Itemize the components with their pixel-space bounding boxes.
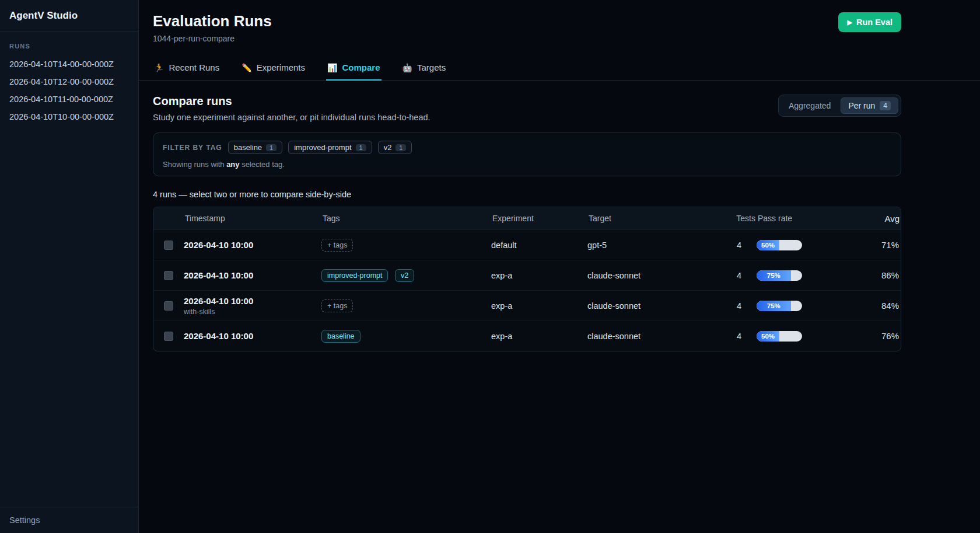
col-tests: Tests: [722, 214, 757, 223]
tag-chip[interactable]: baseline: [321, 330, 360, 343]
robot-icon: 🤖: [402, 63, 412, 72]
run-timestamp: 2026-04-10 10:00: [184, 331, 321, 341]
pass-rate-label: 50%: [761, 333, 775, 340]
pass-rate-label: 75%: [767, 272, 780, 279]
compare-section-header: Compare runs Study one experiment agains…: [139, 95, 980, 122]
tag-filter-panel: FILTER BY TAG baseline 1 improved-prompt…: [153, 133, 901, 176]
sidebar-run-item[interactable]: 2026-04-10T11-00-00-000Z: [0, 90, 138, 108]
toggle-aggregated[interactable]: Aggregated: [781, 97, 838, 114]
run-timestamp: 2026-04-10 10:00: [184, 240, 321, 250]
tag-chip[interactable]: v2: [395, 269, 414, 282]
pass-rate-label: 50%: [761, 242, 775, 249]
sidebar-run-item[interactable]: 2026-04-10T12-00-00-000Z: [0, 73, 138, 90]
per-run-count-badge: 4: [880, 101, 891, 110]
add-tags-button[interactable]: + tags: [321, 239, 353, 252]
run-avg: 71%: [881, 240, 901, 250]
pass-rate-bar: 75%: [757, 270, 802, 281]
chip-label: improved-prompt: [294, 143, 351, 152]
run-target: claude-sonnet: [587, 301, 722, 311]
row-checkbox[interactable]: [164, 301, 173, 311]
run-target: claude-sonnet: [587, 271, 722, 280]
run-avg: 84%: [881, 301, 901, 311]
col-timestamp: Timestamp: [184, 214, 321, 223]
run-timestamp: 2026-04-10 10:00 with-skills: [184, 296, 321, 316]
run-target: claude-sonnet: [587, 332, 722, 341]
tab-bar: 🏃 Recent Runs ✏️ Experiments 📊 Compare 🤖…: [139, 57, 980, 81]
table-row: 2026-04-10 10:00 with-skills + tags exp-…: [153, 290, 901, 321]
sidebar-run-item[interactable]: 2026-04-10T10-00-00-000Z: [0, 108, 138, 126]
run-experiment: default: [491, 241, 587, 250]
sidebar-section-label: RUNS: [0, 32, 138, 55]
row-checkbox[interactable]: [164, 332, 173, 341]
chip-count-badge: 1: [396, 144, 406, 151]
tab-targets[interactable]: 🤖 Targets: [401, 57, 447, 81]
tab-compare[interactable]: 📊 Compare: [326, 57, 382, 81]
toggle-per-run[interactable]: Per run 4: [841, 97, 898, 114]
run-tests: 4: [722, 241, 757, 250]
tab-experiments[interactable]: ✏️ Experiments: [240, 57, 306, 81]
pass-rate-fill: 75%: [757, 270, 791, 281]
tab-label: Experiments: [257, 62, 305, 72]
col-target: Target: [587, 214, 722, 223]
sidebar-spacer: [0, 126, 138, 507]
pass-rate-fill: 50%: [757, 240, 779, 250]
row-checkbox[interactable]: [164, 241, 173, 250]
filter-note: Showing runs with any selected tag.: [163, 160, 891, 169]
run-experiment: exp-a: [491, 271, 587, 280]
col-experiment: Experiment: [491, 214, 587, 223]
main-content: Evaluation Runs 1044-per-run-compare ▶ R…: [139, 0, 980, 533]
col-tags: Tags: [321, 214, 491, 223]
pass-rate-bar: 50%: [757, 240, 802, 250]
table-row: 2026-04-10 10:00 + tags default gpt-5 4 …: [153, 229, 901, 260]
filter-label: FILTER BY TAG: [163, 144, 222, 152]
run-sublabel: with-skills: [184, 308, 321, 316]
run-experiment: exp-a: [491, 332, 587, 341]
table-header-row: Timestamp Tags Experiment Target Tests P…: [153, 207, 901, 229]
chip-label: baseline: [234, 143, 262, 152]
tab-label: Recent Runs: [169, 62, 219, 72]
view-mode-toggle: Aggregated Per run 4: [778, 95, 901, 117]
pass-rate-fill: 75%: [757, 301, 791, 311]
run-tests: 4: [722, 332, 757, 341]
run-target: gpt-5: [587, 241, 722, 250]
run-timestamp: 2026-04-10 10:00: [184, 270, 321, 280]
tab-label: Compare: [342, 62, 380, 72]
run-tests: 4: [722, 271, 757, 280]
pass-rate-fill: 50%: [757, 331, 779, 342]
tab-recent-runs[interactable]: 🏃 Recent Runs: [153, 57, 220, 81]
sidebar: AgentV Studio RUNS 2026-04-10T14-00-00-0…: [0, 0, 139, 533]
page-subtitle: 1044-per-run-compare: [153, 34, 272, 43]
chip-count-badge: 1: [266, 144, 276, 151]
toggle-per-run-label: Per run: [848, 101, 875, 110]
pass-rate-bar: 75%: [757, 301, 802, 311]
play-icon: ▶: [847, 19, 852, 26]
pencil-icon: ✏️: [242, 63, 251, 72]
sidebar-item-settings[interactable]: Settings: [0, 507, 138, 533]
run-avg: 86%: [881, 270, 901, 280]
run-avg: 76%: [881, 331, 901, 341]
runs-table: Timestamp Tags Experiment Target Tests P…: [153, 207, 901, 351]
run-eval-label: Run Eval: [856, 18, 892, 27]
chip-count-badge: 1: [356, 144, 366, 151]
pass-rate-label: 75%: [767, 302, 780, 309]
compare-heading: Compare runs: [153, 95, 430, 108]
add-tags-button[interactable]: + tags: [321, 299, 353, 312]
run-eval-button[interactable]: ▶ Run Eval: [838, 12, 901, 32]
filter-chip-v2[interactable]: v2 1: [378, 141, 412, 154]
row-checkbox[interactable]: [164, 271, 173, 280]
chip-label: v2: [384, 143, 392, 152]
page-title: Evaluation Runs: [153, 12, 272, 30]
sidebar-run-item[interactable]: 2026-04-10T14-00-00-000Z: [0, 55, 138, 73]
pass-rate-bar: 50%: [757, 331, 802, 342]
page-header: Evaluation Runs 1044-per-run-compare ▶ R…: [139, 0, 980, 43]
compare-subheading: Study one experiment against another, or…: [153, 113, 430, 122]
tag-chip[interactable]: improved-prompt: [321, 269, 388, 282]
bar-chart-icon: 📊: [327, 63, 337, 72]
filter-chip-baseline[interactable]: baseline 1: [228, 141, 283, 154]
col-avg: Avg: [881, 214, 901, 224]
filter-chip-improved-prompt[interactable]: improved-prompt 1: [288, 141, 372, 154]
run-tests: 4: [722, 301, 757, 311]
table-row: 2026-04-10 10:00 baseline exp-a claude-s…: [153, 321, 901, 351]
col-pass-rate: Pass rate: [757, 214, 881, 223]
runner-icon: 🏃: [154, 63, 164, 72]
